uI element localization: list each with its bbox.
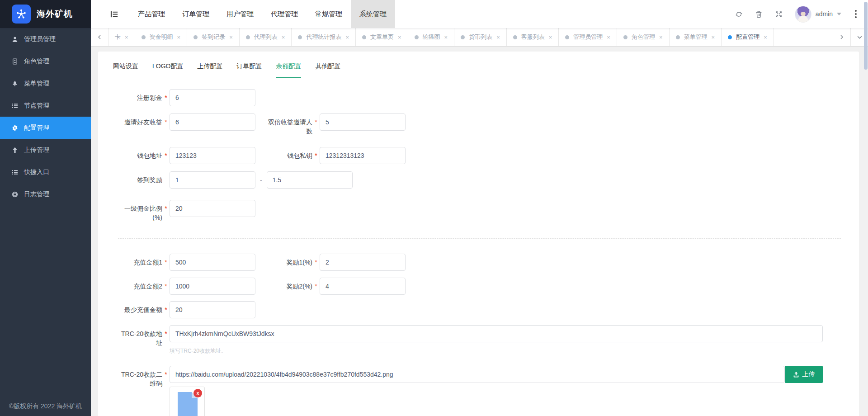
tab-article-page[interactable]: 文章单页×: [356, 28, 408, 46]
first-level-commission-input[interactable]: [170, 200, 255, 217]
field-help-text: 填写TRC-20收款地址。: [170, 347, 823, 355]
double-income-invites-input[interactable]: [320, 113, 406, 131]
close-icon[interactable]: ×: [764, 34, 767, 41]
tab-dot: [362, 35, 366, 39]
config-tab-logo[interactable]: LOGO配置: [152, 62, 183, 78]
tab-card[interactable]: 卡×: [108, 28, 135, 46]
tab-dot: [142, 35, 146, 39]
form-row: 最少充值金额 *: [107, 301, 859, 318]
close-icon[interactable]: ×: [496, 34, 500, 41]
required-mark: *: [162, 147, 170, 160]
config-card: 网站设置 LOGO配置 上传配置 订单配置 余额配置 其他配置 注册彩金 * 邀…: [98, 52, 859, 416]
close-icon[interactable]: ×: [712, 34, 715, 41]
nav-item-agents[interactable]: 代理管理: [262, 0, 307, 28]
min-recharge-input[interactable]: [170, 301, 255, 318]
tab-carousel[interactable]: 轮播图×: [408, 28, 455, 46]
sidebar-item-admin-mgmt[interactable]: 管理员管理: [0, 28, 91, 50]
close-icon[interactable]: ×: [282, 34, 285, 41]
close-icon[interactable]: ×: [444, 34, 448, 41]
tab-dot: [565, 35, 569, 39]
close-icon[interactable]: ×: [607, 34, 610, 41]
tab-support-list[interactable]: 客服列表×: [507, 28, 559, 46]
refresh-icon[interactable]: [735, 10, 743, 18]
tab-funds-detail[interactable]: 资金明细×: [135, 28, 188, 46]
remove-image-badge[interactable]: x: [193, 389, 202, 397]
fullscreen-icon[interactable]: [775, 10, 783, 18]
close-icon[interactable]: ×: [229, 34, 233, 41]
close-icon[interactable]: ×: [177, 34, 181, 41]
nav-item-products[interactable]: 产品管理: [129, 0, 174, 28]
top-nav: 产品管理 订单管理 用户管理 代理管理 常规管理 系统管理: [129, 0, 395, 28]
tab-agent-stats[interactable]: 代理统计报表×: [292, 28, 356, 46]
kebab-menu-icon[interactable]: [854, 9, 858, 19]
tree-icon: [11, 80, 19, 87]
upload-button[interactable]: 上传: [785, 366, 823, 383]
tab-dot: [676, 35, 680, 39]
signin-reward-max-input[interactable]: [267, 171, 353, 189]
sidebar-item-role-mgmt[interactable]: 角色管理: [0, 50, 91, 72]
page-scrollbar-thumb[interactable]: [864, 2, 868, 70]
config-tab-order[interactable]: 订单配置: [236, 62, 262, 78]
nav-item-orders[interactable]: 订单管理: [174, 0, 218, 28]
tab-signin-records[interactable]: 签到记录×: [187, 28, 240, 46]
open-tabs-strip: 卡× 资金明细× 签到记录× 代理列表× 代理统计报表× 文章单页× 轮播图× …: [91, 28, 868, 47]
invite-income-input[interactable]: [170, 113, 255, 131]
config-tab-other[interactable]: 其他配置: [315, 62, 340, 78]
field-label: 最少充值金额: [107, 301, 162, 314]
required-gutter-empty: [162, 171, 170, 175]
field-label: 注册彩金: [107, 89, 162, 102]
required-mark: *: [162, 278, 170, 291]
reward2-input[interactable]: [320, 278, 406, 295]
required-mark: *: [312, 147, 320, 160]
close-icon[interactable]: ×: [398, 34, 401, 41]
close-icon[interactable]: ×: [345, 34, 349, 41]
recharge-amount1-input[interactable]: [170, 254, 255, 271]
main-content: 网站设置 LOGO配置 上传配置 订单配置 余额配置 其他配置 注册彩金 * 邀…: [91, 47, 868, 416]
sidebar-item-config-mgmt[interactable]: 配置管理: [0, 117, 91, 139]
field-label: 充值金额2: [107, 278, 162, 291]
tab-currency-list[interactable]: 货币列表×: [454, 28, 507, 46]
tab-config-mgmt[interactable]: 配置管理×: [722, 28, 774, 46]
brand-logo: [12, 5, 31, 24]
sidebar-item-menu-mgmt[interactable]: 菜单管理: [0, 72, 91, 95]
register-bonus-input[interactable]: [170, 89, 255, 106]
chevron-left-icon: [97, 34, 102, 40]
tab-dot: [298, 35, 302, 39]
config-tab-balance[interactable]: 余额配置: [276, 62, 301, 78]
list-icon: [11, 169, 19, 175]
sidebar-item-upload-mgmt[interactable]: 上传管理: [0, 139, 91, 161]
sidebar-item-shortcuts[interactable]: 快捷入口: [0, 161, 91, 183]
sidebar-item-node-mgmt[interactable]: 节点管理: [0, 95, 91, 117]
form-row: TRC-20收款二 维码 * 上传: [107, 366, 859, 416]
tab-menu-mgmt[interactable]: 菜单管理×: [670, 28, 722, 46]
tab-role-mgmt[interactable]: 角色管理×: [617, 28, 670, 46]
range-separator: -: [260, 171, 262, 189]
tabs-scroll-right[interactable]: [833, 28, 850, 46]
close-icon[interactable]: ×: [549, 34, 552, 41]
required-mark: *: [312, 113, 320, 127]
trc20-address-input[interactable]: [170, 325, 823, 342]
trash-icon[interactable]: [755, 10, 763, 18]
wallet-private-key-input[interactable]: [320, 147, 406, 164]
nav-item-users[interactable]: 用户管理: [218, 0, 262, 28]
form-row: 充值金额2 * 奖励2(%) *: [107, 278, 859, 295]
tab-agent-list[interactable]: 代理列表×: [240, 28, 292, 46]
trc20-qrcode-url-input[interactable]: [170, 366, 785, 383]
nav-item-general[interactable]: 常规管理: [307, 0, 351, 28]
wallet-address-input[interactable]: [170, 147, 255, 164]
sidebar-item-log-mgmt[interactable]: 日志管理: [0, 183, 91, 205]
close-icon[interactable]: ×: [659, 34, 663, 41]
user-menu[interactable]: admin: [795, 6, 841, 23]
tab-dot: [415, 35, 419, 39]
config-tab-site[interactable]: 网站设置: [113, 62, 138, 78]
signin-reward-min-input[interactable]: [170, 171, 255, 189]
menu-fold-icon[interactable]: [110, 10, 118, 19]
tabs-scroll-left[interactable]: [91, 28, 108, 46]
nav-item-system[interactable]: 系统管理: [351, 0, 395, 28]
recharge-amount2-input[interactable]: [170, 278, 255, 295]
config-tab-upload[interactable]: 上传配置: [197, 62, 222, 78]
qrcode-thumbnail[interactable]: x: [170, 387, 205, 416]
close-icon[interactable]: ×: [125, 34, 128, 41]
tab-admin-mgmt[interactable]: 管理员管理×: [559, 28, 617, 46]
reward1-input[interactable]: [320, 254, 406, 271]
